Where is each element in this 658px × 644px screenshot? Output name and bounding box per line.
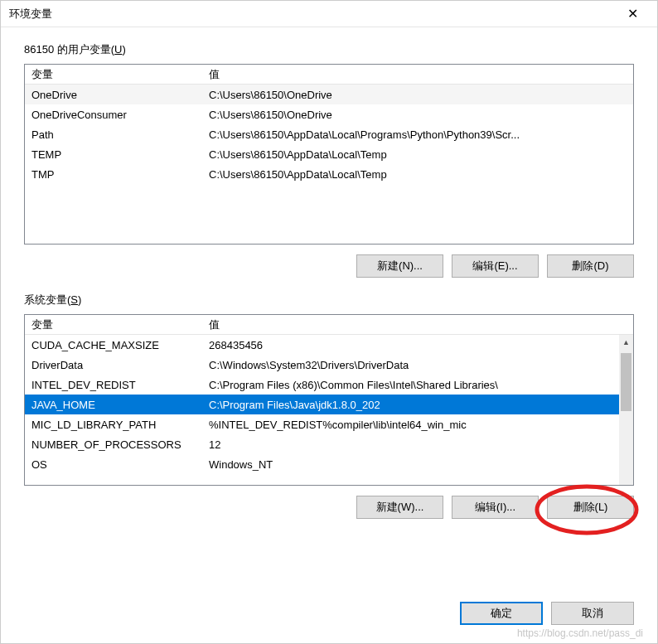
- cancel-button[interactable]: 取消: [551, 602, 634, 625]
- column-header-value[interactable]: 值: [202, 65, 633, 85]
- cell-variable: NUMBER_OF_PROCESSORS: [25, 437, 202, 453]
- table-row[interactable]: NUMBER_OF_PROCESSORS 12: [25, 434, 633, 454]
- scroll-thumb[interactable]: [621, 353, 631, 411]
- user-variables-label: 86150 的用户变量(U): [24, 42, 634, 57]
- env-variables-dialog: 环境变量 ✕ 86150 的用户变量(U) 变量 值 OneDrive C:\U…: [0, 0, 658, 644]
- dialog-footer: 确定 取消: [1, 588, 657, 643]
- cell-variable: OS: [25, 457, 202, 472]
- table-row[interactable]: INTEL_DEV_REDIST C:\Program Files (x86)\…: [25, 375, 633, 395]
- system-variables-section: 系统变量(S) 变量 值 CUDA_CACHE_MAXSIZE 26843545…: [24, 293, 634, 519]
- cell-value: C:\Users\86150\AppData\Local\Programs\Py…: [202, 127, 633, 143]
- table-row[interactable]: TEMP C:\Users\86150\AppData\Local\Temp: [25, 144, 633, 164]
- column-header-variable[interactable]: 变量: [25, 65, 202, 85]
- dialog-title: 环境变量: [9, 7, 616, 22]
- cell-value: C:\Users\86150\AppData\Local\Temp: [202, 147, 633, 162]
- table-row[interactable]: OS Windows_NT: [25, 454, 633, 474]
- system-delete-button[interactable]: 删除(L): [547, 496, 634, 519]
- ok-button[interactable]: 确定: [460, 602, 543, 625]
- cell-variable: JAVA_HOME: [25, 397, 202, 413]
- column-header-value[interactable]: 值: [202, 315, 633, 335]
- cell-variable: MIC_LD_LIBRARY_PATH: [25, 417, 202, 433]
- system-new-button[interactable]: 新建(W)...: [356, 496, 443, 519]
- close-button[interactable]: ✕: [616, 1, 649, 27]
- system-button-row: 新建(W)... 编辑(I)... 删除(L): [24, 496, 634, 519]
- table-row[interactable]: MIC_LD_LIBRARY_PATH %INTEL_DEV_REDIST%co…: [25, 414, 633, 434]
- dialog-content: 86150 的用户变量(U) 变量 值 OneDrive C:\Users\86…: [1, 27, 657, 588]
- cell-variable: Path: [25, 127, 202, 143]
- cell-value: C:\Users\86150\AppData\Local\Temp: [202, 167, 633, 182]
- cell-value: C:\Program Files (x86)\Common Files\Inte…: [202, 377, 633, 393]
- user-variables-table[interactable]: 变量 值 OneDrive C:\Users\86150\OneDrive On…: [24, 64, 634, 245]
- close-icon: ✕: [627, 6, 638, 22]
- user-delete-button[interactable]: 删除(D): [547, 254, 634, 278]
- cell-value: %INTEL_DEV_REDIST%compiler\lib\intel64_w…: [202, 417, 633, 433]
- table-header: 变量 值: [25, 65, 633, 85]
- cell-value: C:\Program Files\Java\jdk1.8.0_202: [202, 397, 633, 413]
- table-row[interactable]: OneDrive C:\Users\86150\OneDrive: [25, 85, 633, 104]
- cell-value: 12: [202, 437, 633, 453]
- cell-value: 268435456: [202, 337, 633, 353]
- cell-variable: OneDriveConsumer: [25, 107, 202, 123]
- cell-variable: DriverData: [25, 357, 202, 373]
- cell-variable: TEMP: [25, 147, 202, 162]
- user-variables-section: 86150 的用户变量(U) 变量 值 OneDrive C:\Users\86…: [24, 42, 634, 278]
- cell-value: C:\Users\86150\OneDrive: [202, 107, 633, 123]
- cell-value: C:\Users\86150\OneDrive: [202, 87, 633, 103]
- table-row[interactable]: DriverData C:\Windows\System32\Drivers\D…: [25, 355, 633, 375]
- system-variables-table[interactable]: 变量 值 CUDA_CACHE_MAXSIZE 268435456 Driver…: [24, 314, 634, 486]
- cell-value: Windows_NT: [202, 457, 633, 472]
- column-header-variable[interactable]: 变量: [25, 315, 202, 335]
- user-table-body: OneDrive C:\Users\86150\OneDrive OneDriv…: [25, 85, 633, 184]
- cell-variable: INTEL_DEV_REDIST: [25, 377, 202, 393]
- cell-value: C:\Windows\System32\Drivers\DriverData: [202, 357, 633, 373]
- titlebar: 环境变量 ✕: [1, 1, 657, 27]
- table-header: 变量 值: [25, 315, 633, 335]
- scrollbar[interactable]: ▲: [619, 335, 633, 485]
- user-button-row: 新建(N)... 编辑(E)... 删除(D): [24, 254, 634, 278]
- cell-variable: CUDA_CACHE_MAXSIZE: [25, 337, 202, 353]
- system-variables-label: 系统变量(S): [24, 293, 634, 307]
- cell-variable: TMP: [25, 167, 202, 182]
- table-row[interactable]: JAVA_HOME C:\Program Files\Java\jdk1.8.0…: [25, 395, 633, 414]
- table-row[interactable]: Path C:\Users\86150\AppData\Local\Progra…: [25, 124, 633, 144]
- scroll-up-icon[interactable]: ▲: [619, 335, 633, 349]
- user-edit-button[interactable]: 编辑(E)...: [452, 254, 539, 278]
- table-row[interactable]: CUDA_CACHE_MAXSIZE 268435456: [25, 335, 633, 355]
- cell-variable: OneDrive: [25, 87, 202, 103]
- system-table-body: CUDA_CACHE_MAXSIZE 268435456 DriverData …: [25, 335, 633, 474]
- table-row[interactable]: OneDriveConsumer C:\Users\86150\OneDrive: [25, 104, 633, 124]
- table-row[interactable]: TMP C:\Users\86150\AppData\Local\Temp: [25, 164, 633, 184]
- user-new-button[interactable]: 新建(N)...: [356, 254, 443, 278]
- system-edit-button[interactable]: 编辑(I)...: [452, 496, 539, 519]
